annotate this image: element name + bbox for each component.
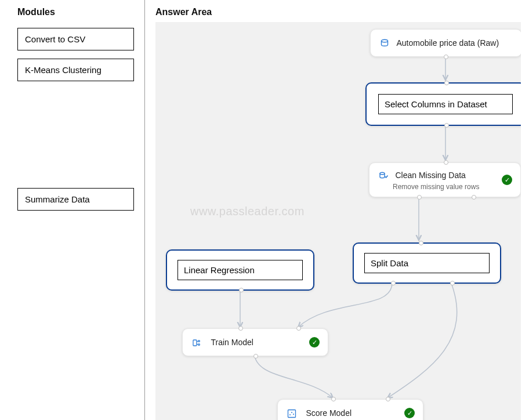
watermark-text: www.passleader.com bbox=[190, 205, 305, 218]
input-port[interactable] bbox=[444, 81, 449, 85]
clean-icon bbox=[379, 171, 388, 180]
answer-area-panel: Answer Area bbox=[145, 0, 529, 420]
svg-rect-5 bbox=[288, 410, 296, 417]
output-port-1[interactable] bbox=[391, 281, 396, 285]
success-icon: ✓ bbox=[502, 175, 512, 185]
pipeline-canvas[interactable]: Automobile price data (Raw) Select Colum… bbox=[155, 22, 521, 420]
input-port-2[interactable] bbox=[296, 326, 301, 331]
svg-rect-2 bbox=[193, 340, 197, 346]
output-port-2[interactable] bbox=[472, 195, 476, 200]
output-port-2[interactable] bbox=[450, 281, 455, 285]
node-label: Clean Missing Data bbox=[395, 171, 465, 180]
node-sublabel: Remove missing value rows bbox=[393, 183, 511, 191]
output-port-1[interactable] bbox=[417, 195, 422, 200]
input-port-1[interactable] bbox=[238, 326, 243, 331]
answer-area-heading: Answer Area bbox=[155, 7, 527, 17]
success-icon: ✓ bbox=[404, 408, 415, 418]
success-icon: ✓ bbox=[309, 337, 320, 347]
svg-point-8 bbox=[293, 414, 294, 415]
output-port[interactable] bbox=[253, 354, 258, 359]
svg-point-1 bbox=[380, 172, 385, 175]
node-score-model[interactable]: Score Model ✓ bbox=[277, 399, 423, 420]
svg-point-3 bbox=[198, 340, 200, 342]
svg-point-0 bbox=[382, 39, 388, 42]
modules-heading: Modules bbox=[17, 7, 134, 17]
node-select-columns[interactable]: Select Columns in Dataset bbox=[365, 82, 521, 126]
output-port[interactable] bbox=[444, 123, 449, 128]
dataset-icon bbox=[380, 39, 389, 48]
node-label: Score Model bbox=[306, 408, 352, 418]
output-port[interactable] bbox=[444, 55, 448, 59]
node-label: Automobile price data (Raw) bbox=[396, 38, 499, 48]
input-port-2[interactable] bbox=[386, 397, 390, 401]
input-port[interactable] bbox=[419, 241, 423, 245]
input-port[interactable] bbox=[444, 160, 448, 165]
score-icon bbox=[287, 409, 296, 418]
node-automobile-raw[interactable]: Automobile price data (Raw) bbox=[370, 29, 521, 57]
node-label: Train Model bbox=[211, 338, 253, 347]
module-convert-to-csv[interactable]: Convert to CSV bbox=[17, 28, 134, 50]
drop-target[interactable]: Split Data bbox=[364, 253, 490, 273]
svg-point-7 bbox=[291, 412, 292, 413]
module-summarize-data[interactable]: Summarize Data bbox=[17, 188, 134, 211]
train-icon bbox=[192, 338, 201, 347]
modules-panel: Modules Convert to CSV K-Means Clusterin… bbox=[0, 0, 145, 420]
module-kmeans-clustering[interactable]: K-Means Clustering bbox=[17, 59, 134, 81]
pipeline-edges bbox=[155, 22, 521, 420]
output-port[interactable] bbox=[239, 288, 244, 292]
input-port-1[interactable] bbox=[331, 397, 336, 401]
drop-target[interactable]: Select Columns in Dataset bbox=[378, 94, 513, 114]
svg-point-4 bbox=[198, 343, 200, 345]
node-split-data[interactable]: Split Data bbox=[353, 242, 501, 284]
drop-target[interactable]: Linear Regression bbox=[177, 260, 303, 280]
node-clean-missing[interactable]: Clean Missing Data Remove missing value … bbox=[369, 162, 521, 197]
svg-point-6 bbox=[289, 414, 291, 415]
node-train-model[interactable]: Train Model ✓ bbox=[182, 328, 328, 356]
node-linear-regression[interactable]: Linear Regression bbox=[166, 249, 314, 291]
